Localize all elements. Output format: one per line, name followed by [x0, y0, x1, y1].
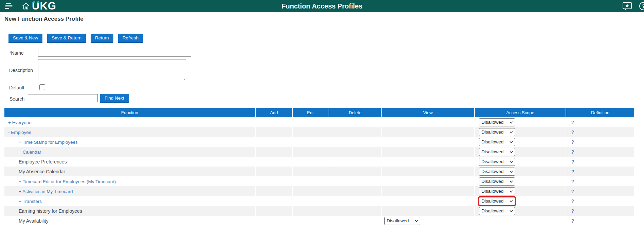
access-scope-select[interactable]: Disallowed	[479, 177, 515, 186]
column-header-view: View	[381, 108, 474, 117]
function-label: My Absence Calendar	[19, 169, 65, 174]
table-row: My Availability Disallowed ?	[4, 216, 634, 226]
feedback-icon[interactable]	[622, 2, 632, 11]
function-label: Earning history for Employees	[19, 208, 82, 214]
view-scope-select-wrap: Disallowed	[384, 217, 420, 225]
table-row: Employee Preferences Disallowed ?	[4, 157, 634, 167]
function-label: Employee Preferences	[19, 159, 67, 164]
access-scope-select-wrap: Disallowed	[479, 158, 515, 166]
definition-help-link[interactable]: ?	[571, 120, 574, 125]
function-tree-link[interactable]: + Calendar	[19, 150, 41, 155]
access-scope-select-wrap: Disallowed	[479, 148, 515, 156]
table-row: My Absence Calendar Disallowed ?	[4, 167, 634, 176]
definition-help-link[interactable]: ?	[571, 149, 574, 155]
access-scope-select[interactable]: Disallowed	[479, 148, 515, 156]
logo-text: UKG	[32, 0, 56, 12]
ukg-logo: UKG	[32, 0, 56, 12]
column-header-edit: Edit	[292, 108, 329, 117]
function-tree-link[interactable]: + Activities in My Timecard	[19, 189, 73, 194]
svg-text:?: ?	[642, 3, 644, 9]
function-label: My Availability	[19, 218, 49, 224]
table-row: + Calendar Disallowed ?	[4, 147, 634, 157]
access-scope-select[interactable]: Disallowed	[479, 158, 515, 166]
table-header-row: Function Add Edit Delete View Access Sco…	[4, 108, 634, 117]
definition-help-link[interactable]: ?	[571, 159, 574, 164]
access-scope-select[interactable]: Disallowed	[479, 197, 515, 205]
definition-help-link[interactable]: ?	[571, 218, 574, 224]
search-input[interactable]	[28, 94, 98, 102]
table-row: Earning history for Employees Disallowed…	[4, 206, 634, 216]
table-row: + Transfers Disallowed ?	[4, 196, 634, 206]
definition-help-link[interactable]: ?	[571, 129, 574, 135]
column-header-access-scope: Access Scope	[474, 108, 566, 117]
logo-dot-icon	[37, 1, 39, 3]
function-tree-link[interactable]: + Everyone	[8, 120, 32, 125]
table-row: + Time Stamp for Employees Disallowed ?	[4, 137, 634, 147]
function-tree-link[interactable]: + Transfers	[19, 199, 42, 204]
column-header-definition: Definition	[566, 108, 634, 117]
access-scope-select[interactable]: Disallowed	[479, 168, 515, 176]
column-header-add: Add	[255, 108, 292, 117]
description-label: Description	[9, 68, 33, 73]
find-next-button[interactable]: Find Next	[100, 94, 129, 103]
column-header-delete: Delete	[329, 108, 381, 117]
screen: UKG Function Access Profiles ? New Funct…	[0, 0, 644, 226]
access-scope-select-wrap-highlighted: Disallowed	[479, 197, 515, 205]
access-scope-select[interactable]: Disallowed	[479, 118, 515, 126]
description-field[interactable]	[38, 59, 186, 80]
definition-help-link[interactable]: ?	[571, 208, 574, 214]
access-scope-select-wrap: Disallowed	[479, 207, 515, 215]
access-scope-select[interactable]: Disallowed	[479, 138, 515, 146]
access-scope-select-wrap: Disallowed	[479, 187, 515, 195]
definition-help-link[interactable]: ?	[571, 169, 574, 174]
help-icon[interactable]: ?	[639, 2, 644, 11]
table-row: + Timecard Editor for Employees (My Time…	[4, 176, 634, 186]
access-scope-select-wrap: Disallowed	[479, 177, 515, 186]
function-tree-link[interactable]: - Employee	[8, 130, 31, 135]
access-scope-select[interactable]: Disallowed	[479, 207, 515, 215]
view-scope-select[interactable]: Disallowed	[384, 217, 420, 225]
function-access-table: Function Add Edit Delete View Access Sco…	[4, 108, 634, 226]
toolbar: Save & New Save & Return Return Refresh	[8, 34, 143, 43]
access-scope-select[interactable]: Disallowed	[479, 128, 515, 136]
name-label: *Name	[9, 50, 24, 56]
page-title: New Function Access Profile	[4, 16, 84, 22]
function-tree-link[interactable]: + Timecard Editor for Employees (My Time…	[19, 179, 116, 184]
access-scope-select-wrap: Disallowed	[479, 168, 515, 176]
definition-help-link[interactable]: ?	[571, 189, 574, 194]
hamburger-menu-icon[interactable]	[5, 3, 13, 9]
return-button[interactable]: Return	[91, 34, 113, 43]
refresh-button[interactable]: Refresh	[118, 34, 143, 43]
definition-help-link[interactable]: ?	[571, 179, 574, 184]
default-checkbox[interactable]	[39, 84, 45, 90]
home-icon[interactable]	[22, 2, 30, 10]
function-tree-link[interactable]: + Time Stamp for Employees	[19, 140, 78, 145]
logo-dot-icon	[33, 1, 35, 3]
table-row: + Everyone Disallowed ?	[4, 117, 634, 127]
app-title: Function Access Profiles	[281, 0, 362, 12]
name-field[interactable]	[38, 48, 191, 57]
access-scope-select[interactable]: Disallowed	[479, 187, 515, 195]
access-scope-select-wrap: Disallowed	[479, 128, 515, 136]
topbar: UKG Function Access Profiles ?	[0, 0, 644, 12]
table-row: - Employee Disallowed ?	[4, 127, 634, 137]
default-label: Default	[9, 85, 24, 90]
definition-help-link[interactable]: ?	[571, 198, 574, 204]
access-scope-select-wrap: Disallowed	[479, 138, 515, 146]
table-row: + Activities in My Timecard Disallowed ?	[4, 186, 634, 196]
access-scope-select-wrap: Disallowed	[479, 118, 515, 126]
search-label: Search	[10, 96, 24, 102]
save-and-return-button[interactable]: Save & Return	[47, 34, 86, 43]
save-and-new-button[interactable]: Save & New	[8, 34, 42, 43]
definition-help-link[interactable]: ?	[571, 139, 574, 145]
column-header-function: Function	[4, 108, 255, 117]
